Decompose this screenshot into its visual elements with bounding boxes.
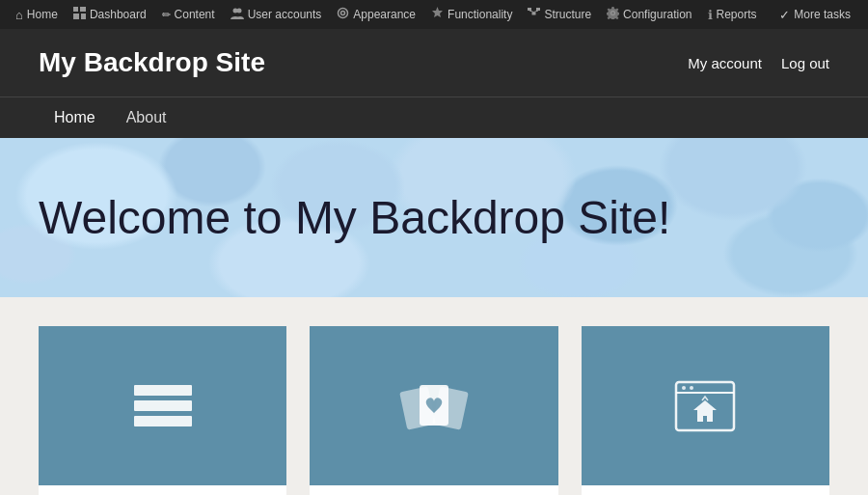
admin-bar-label-home: Home [27, 8, 58, 21]
svg-point-22 [690, 386, 693, 390]
admin-bar-item-user-accounts[interactable]: User accounts [223, 0, 330, 29]
svg-point-21 [682, 386, 686, 390]
card-image-layout [582, 326, 829, 485]
svg-rect-10 [532, 12, 536, 14]
configuration-icon [607, 7, 619, 22]
svg-point-5 [236, 8, 241, 13]
content-icon: ✏ [162, 9, 171, 21]
layout-icon [666, 368, 744, 445]
svg-point-6 [339, 9, 348, 18]
card-body-organize: Organize your content [39, 485, 286, 495]
svg-rect-14 [134, 400, 192, 411]
card-body-cards: What is a Card? [310, 485, 557, 495]
svg-rect-2 [73, 14, 79, 19]
admin-bar-item-dashboard[interactable]: Dashboard [66, 0, 154, 29]
nav-item-home[interactable]: Home [39, 97, 111, 138]
svg-rect-9 [536, 8, 540, 11]
admin-bar-label-configuration: Configuration [623, 8, 692, 21]
cards-section: Organize your content What is a Card? [0, 297, 868, 495]
site-nav: Home About [0, 96, 868, 138]
reports-icon: ℹ [708, 8, 713, 22]
layers-icon [124, 368, 202, 445]
tasks-icon: ✓ [779, 8, 790, 22]
admin-bar-item-content[interactable]: ✏ Content [154, 0, 223, 29]
card-home-layout: The Home page layout [582, 326, 829, 495]
more-tasks-button[interactable]: ✓ More tasks [770, 8, 860, 22]
dashboard-icon [73, 7, 86, 22]
appearance-icon [337, 7, 349, 22]
admin-bar-item-reports[interactable]: ℹ Reports [700, 0, 765, 29]
admin-bar-label-reports: Reports [717, 8, 757, 21]
admin-bar-label-appearance: Appearance [353, 8, 416, 21]
structure-icon [528, 8, 540, 22]
card-image-organize [39, 326, 286, 485]
svg-rect-15 [134, 416, 192, 426]
cards-icon [395, 368, 473, 445]
my-account-link[interactable]: My account [688, 55, 762, 71]
header-user-links: My account Log out [688, 55, 829, 71]
home-icon: ⌂ [15, 8, 23, 22]
svg-rect-13 [134, 385, 192, 396]
users-icon [231, 8, 244, 22]
admin-bar-item-functionality[interactable]: Functionality [423, 0, 520, 29]
admin-bar-label-users: User accounts [248, 8, 322, 21]
admin-bar-item-configuration[interactable]: Configuration [599, 0, 699, 29]
admin-bar-label-structure: Structure [544, 8, 591, 21]
svg-rect-1 [80, 7, 86, 12]
svg-rect-3 [81, 14, 86, 19]
svg-rect-0 [73, 7, 78, 12]
card-what-is-card: What is a Card? [310, 326, 557, 495]
svg-point-7 [341, 12, 345, 15]
admin-bar: ⌂ Home Dashboard ✏ Content User accounts… [0, 0, 868, 29]
card-body-layout: The Home page layout [582, 485, 829, 495]
admin-bar-label-functionality: Functionality [448, 8, 512, 21]
card-image-cards [310, 326, 557, 485]
svg-line-12 [534, 11, 539, 13]
nav-item-about[interactable]: About [111, 97, 182, 138]
svg-rect-8 [528, 8, 531, 11]
admin-bar-item-structure[interactable]: Structure [520, 0, 599, 29]
card-organize-content: Organize your content [39, 326, 286, 495]
functionality-icon [431, 7, 444, 22]
hero-title: Welcome to My Backdrop Site! [39, 191, 670, 244]
log-out-link[interactable]: Log out [781, 55, 829, 71]
svg-line-11 [529, 11, 534, 13]
more-tasks-label: More tasks [794, 8, 851, 21]
admin-bar-item-appearance[interactable]: Appearance [329, 0, 423, 29]
site-header: My Backdrop Site My account Log out [0, 29, 868, 96]
admin-bar-label-dashboard: Dashboard [90, 8, 147, 21]
site-title[interactable]: My Backdrop Site [39, 47, 265, 78]
admin-bar-label-content: Content [175, 8, 215, 21]
admin-bar-item-home[interactable]: ⌂ Home [8, 0, 66, 29]
hero-banner: Welcome to My Backdrop Site! [0, 138, 868, 297]
